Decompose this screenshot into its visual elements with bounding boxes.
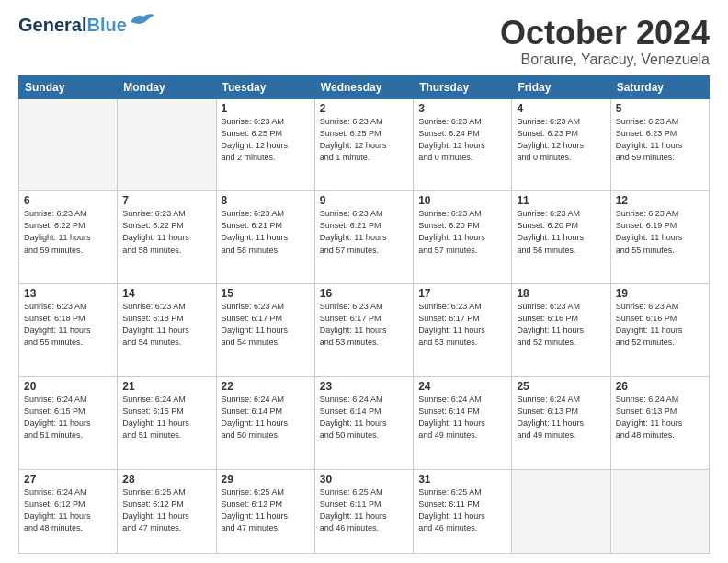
- page: GeneralBlue October 2024 Boraure, Yaracu…: [0, 0, 728, 563]
- day-number: 19: [616, 287, 704, 300]
- calendar-cell: 2Sunrise: 6:23 AM Sunset: 6:25 PM Daylig…: [314, 98, 413, 191]
- month-title: October 2024: [500, 15, 710, 52]
- calendar-cell: 24Sunrise: 6:24 AM Sunset: 6:14 PM Dayli…: [414, 376, 512, 469]
- day-info: Sunrise: 6:24 AM Sunset: 6:14 PM Dayligh…: [320, 394, 408, 442]
- calendar-week-row: 13Sunrise: 6:23 AM Sunset: 6:18 PM Dayli…: [19, 284, 710, 377]
- day-number: 25: [517, 380, 605, 393]
- day-info: Sunrise: 6:23 AM Sunset: 6:22 PM Dayligh…: [24, 208, 112, 256]
- day-info: Sunrise: 6:24 AM Sunset: 6:15 PM Dayligh…: [122, 394, 210, 442]
- day-info: Sunrise: 6:23 AM Sunset: 6:20 PM Dayligh…: [418, 208, 506, 256]
- day-info: Sunrise: 6:23 AM Sunset: 6:17 PM Dayligh…: [418, 301, 506, 349]
- day-number: 13: [24, 287, 112, 300]
- calendar-cell: 27Sunrise: 6:24 AM Sunset: 6:12 PM Dayli…: [19, 469, 118, 553]
- day-number: 10: [418, 194, 506, 207]
- calendar-cell: 31Sunrise: 6:25 AM Sunset: 6:11 PM Dayli…: [414, 469, 512, 553]
- day-number: 1: [222, 102, 310, 115]
- day-info: Sunrise: 6:23 AM Sunset: 6:20 PM Dayligh…: [517, 208, 605, 256]
- day-number: 28: [122, 473, 210, 486]
- title-block: October 2024 Boraure, Yaracuy, Venezuela: [500, 15, 710, 68]
- calendar-header-row: SundayMondayTuesdayWednesdayThursdayFrid…: [19, 75, 710, 98]
- calendar-header-monday: Monday: [118, 75, 216, 98]
- calendar-header-wednesday: Wednesday: [314, 75, 413, 98]
- calendar-header-tuesday: Tuesday: [216, 75, 314, 98]
- calendar-cell: 3Sunrise: 6:23 AM Sunset: 6:24 PM Daylig…: [414, 98, 512, 191]
- calendar-cell: 30Sunrise: 6:25 AM Sunset: 6:11 PM Dayli…: [314, 469, 413, 553]
- logo-bird-icon: [129, 11, 156, 31]
- calendar-cell: [19, 98, 118, 191]
- calendar-header-sunday: Sunday: [19, 75, 118, 98]
- calendar-cell: 18Sunrise: 6:23 AM Sunset: 6:16 PM Dayli…: [512, 284, 610, 377]
- calendar-cell: 15Sunrise: 6:23 AM Sunset: 6:17 PM Dayli…: [216, 284, 314, 377]
- calendar-cell: 22Sunrise: 6:24 AM Sunset: 6:14 PM Dayli…: [216, 376, 314, 469]
- day-info: Sunrise: 6:24 AM Sunset: 6:14 PM Dayligh…: [222, 394, 310, 442]
- day-number: 22: [222, 380, 310, 393]
- day-info: Sunrise: 6:24 AM Sunset: 6:13 PM Dayligh…: [517, 394, 605, 442]
- logo: GeneralBlue: [18, 15, 156, 35]
- calendar-cell: [610, 469, 709, 553]
- calendar-cell: 4Sunrise: 6:23 AM Sunset: 6:23 PM Daylig…: [512, 98, 610, 191]
- location: Boraure, Yaracuy, Venezuela: [500, 52, 710, 68]
- day-number: 16: [320, 287, 408, 300]
- day-number: 15: [222, 287, 310, 300]
- day-info: Sunrise: 6:25 AM Sunset: 6:11 PM Dayligh…: [418, 487, 506, 534]
- calendar-cell: 13Sunrise: 6:23 AM Sunset: 6:18 PM Dayli…: [19, 284, 118, 377]
- calendar-cell: 23Sunrise: 6:24 AM Sunset: 6:14 PM Dayli…: [314, 376, 413, 469]
- day-number: 24: [418, 380, 506, 393]
- day-number: 4: [517, 102, 605, 115]
- day-number: 14: [122, 287, 210, 300]
- calendar-cell: 12Sunrise: 6:23 AM Sunset: 6:19 PM Dayli…: [610, 191, 709, 284]
- day-number: 12: [616, 194, 704, 207]
- day-info: Sunrise: 6:23 AM Sunset: 6:19 PM Dayligh…: [616, 208, 704, 256]
- day-info: Sunrise: 6:23 AM Sunset: 6:17 PM Dayligh…: [320, 301, 408, 349]
- day-info: Sunrise: 6:24 AM Sunset: 6:14 PM Dayligh…: [418, 394, 506, 442]
- day-info: Sunrise: 6:23 AM Sunset: 6:21 PM Dayligh…: [222, 208, 310, 256]
- calendar-cell: 9Sunrise: 6:23 AM Sunset: 6:21 PM Daylig…: [314, 191, 413, 284]
- day-info: Sunrise: 6:23 AM Sunset: 6:24 PM Dayligh…: [418, 116, 506, 164]
- calendar-cell: 29Sunrise: 6:25 AM Sunset: 6:12 PM Dayli…: [216, 469, 314, 553]
- calendar-cell: 7Sunrise: 6:23 AM Sunset: 6:22 PM Daylig…: [118, 191, 216, 284]
- day-number: 31: [418, 473, 506, 486]
- day-info: Sunrise: 6:23 AM Sunset: 6:18 PM Dayligh…: [24, 301, 112, 349]
- day-info: Sunrise: 6:24 AM Sunset: 6:13 PM Dayligh…: [616, 394, 704, 442]
- day-number: 8: [222, 194, 310, 207]
- day-number: 5: [616, 102, 704, 115]
- day-info: Sunrise: 6:23 AM Sunset: 6:17 PM Dayligh…: [222, 301, 310, 349]
- calendar-cell: 10Sunrise: 6:23 AM Sunset: 6:20 PM Dayli…: [414, 191, 512, 284]
- calendar-cell: [512, 469, 610, 553]
- day-info: Sunrise: 6:25 AM Sunset: 6:11 PM Dayligh…: [320, 487, 408, 534]
- calendar-week-row: 20Sunrise: 6:24 AM Sunset: 6:15 PM Dayli…: [19, 376, 710, 469]
- calendar-cell: 6Sunrise: 6:23 AM Sunset: 6:22 PM Daylig…: [19, 191, 118, 284]
- calendar-cell: 28Sunrise: 6:25 AM Sunset: 6:12 PM Dayli…: [118, 469, 216, 553]
- day-info: Sunrise: 6:24 AM Sunset: 6:15 PM Dayligh…: [24, 394, 112, 442]
- calendar-cell: 1Sunrise: 6:23 AM Sunset: 6:25 PM Daylig…: [216, 98, 314, 191]
- day-info: Sunrise: 6:23 AM Sunset: 6:16 PM Dayligh…: [616, 301, 704, 349]
- logo-text: GeneralBlue: [18, 15, 127, 35]
- calendar-cell: 8Sunrise: 6:23 AM Sunset: 6:21 PM Daylig…: [216, 191, 314, 284]
- calendar-cell: 19Sunrise: 6:23 AM Sunset: 6:16 PM Dayli…: [610, 284, 709, 377]
- calendar-table: SundayMondayTuesdayWednesdayThursdayFrid…: [18, 75, 710, 554]
- day-info: Sunrise: 6:23 AM Sunset: 6:23 PM Dayligh…: [616, 116, 704, 164]
- calendar-cell: 20Sunrise: 6:24 AM Sunset: 6:15 PM Dayli…: [19, 376, 118, 469]
- calendar-header-saturday: Saturday: [610, 75, 709, 98]
- day-info: Sunrise: 6:25 AM Sunset: 6:12 PM Dayligh…: [122, 487, 210, 534]
- calendar-cell: 17Sunrise: 6:23 AM Sunset: 6:17 PM Dayli…: [414, 284, 512, 377]
- day-number: 9: [320, 194, 408, 207]
- day-number: 11: [517, 194, 605, 207]
- header: GeneralBlue October 2024 Boraure, Yaracu…: [18, 15, 710, 68]
- day-number: 3: [418, 102, 506, 115]
- calendar-cell: 26Sunrise: 6:24 AM Sunset: 6:13 PM Dayli…: [610, 376, 709, 469]
- day-info: Sunrise: 6:23 AM Sunset: 6:25 PM Dayligh…: [222, 116, 310, 164]
- day-info: Sunrise: 6:25 AM Sunset: 6:12 PM Dayligh…: [222, 487, 310, 534]
- day-info: Sunrise: 6:23 AM Sunset: 6:18 PM Dayligh…: [122, 301, 210, 349]
- calendar-cell: 16Sunrise: 6:23 AM Sunset: 6:17 PM Dayli…: [314, 284, 413, 377]
- day-info: Sunrise: 6:23 AM Sunset: 6:21 PM Dayligh…: [320, 208, 408, 256]
- day-number: 17: [418, 287, 506, 300]
- calendar-cell: [118, 98, 216, 191]
- day-number: 27: [24, 473, 112, 486]
- day-info: Sunrise: 6:23 AM Sunset: 6:23 PM Dayligh…: [517, 116, 605, 164]
- calendar-cell: 25Sunrise: 6:24 AM Sunset: 6:13 PM Dayli…: [512, 376, 610, 469]
- calendar-header-friday: Friday: [512, 75, 610, 98]
- day-info: Sunrise: 6:24 AM Sunset: 6:12 PM Dayligh…: [24, 487, 112, 534]
- day-number: 26: [616, 380, 704, 393]
- day-info: Sunrise: 6:23 AM Sunset: 6:25 PM Dayligh…: [320, 116, 408, 164]
